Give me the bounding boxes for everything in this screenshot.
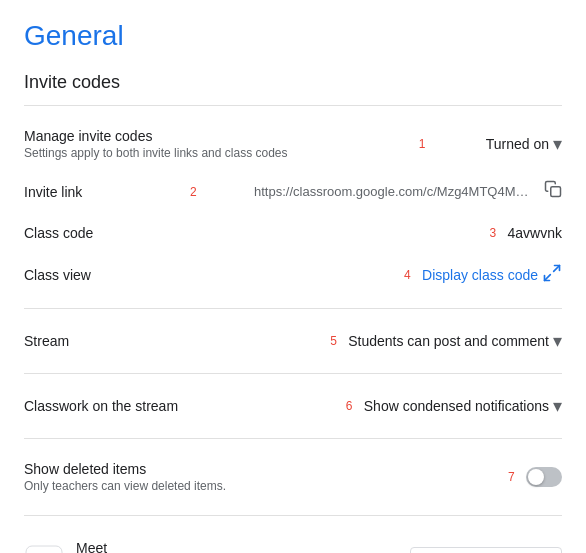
manage-sublabel: Settings apply to both invite links and … xyxy=(24,146,287,160)
classwork-row: Classwork on the stream 6 Show condensed… xyxy=(24,386,562,426)
class-view-label: Class view xyxy=(24,267,184,283)
svg-line-1 xyxy=(554,266,560,272)
svg-rect-4 xyxy=(26,546,62,553)
class-view-number: 4 xyxy=(404,268,416,282)
deleted-items-toggle-knob xyxy=(528,469,544,485)
invite-link-value-group: https://classroom.google.com/c/Mzg4MTQ4M… xyxy=(208,180,562,203)
stream-dropdown-arrow-icon: ▾ xyxy=(553,332,562,350)
copy-icon[interactable] xyxy=(544,180,562,203)
generate-meet-link-button[interactable]: Generate Meet link xyxy=(410,547,562,553)
stream-value: Students can post and comment xyxy=(348,333,549,349)
classwork-value: Show condensed notifications xyxy=(364,398,549,414)
manage-number: 1 xyxy=(419,137,431,151)
class-code-value: 4avwvnk xyxy=(508,225,562,241)
class-code-label: Class code xyxy=(24,225,184,241)
meet-row: Meet Classroom now supports Meet Learn m… xyxy=(24,528,562,553)
classwork-number: 6 xyxy=(346,399,358,413)
class-code-number: 3 xyxy=(490,226,502,240)
invite-codes-heading: Invite codes xyxy=(24,72,562,93)
class-view-row: Class view 4 Display class code xyxy=(24,253,562,296)
deleted-items-toggle[interactable] xyxy=(526,467,562,487)
dropdown-arrow-icon: ▾ xyxy=(553,135,562,153)
manage-label-group: Manage invite codes Settings apply to bo… xyxy=(24,128,287,160)
deleted-items-number: 7 xyxy=(508,470,520,484)
stream-label: Stream xyxy=(24,333,184,349)
meet-logo-icon xyxy=(24,544,64,553)
deleted-items-label: Show deleted items xyxy=(24,461,226,477)
deleted-items-row: Show deleted items Only teachers can vie… xyxy=(24,451,562,503)
display-class-code-label: Display class code xyxy=(422,267,538,283)
deleted-items-label-group: Show deleted items Only teachers can vie… xyxy=(24,461,226,493)
deleted-items-sublabel: Only teachers can view deleted items. xyxy=(24,479,226,493)
manage-status-dropdown[interactable]: Turned on ▾ xyxy=(437,135,562,153)
class-code-row: Class code 3 4avwvnk xyxy=(24,213,562,253)
svg-rect-0 xyxy=(551,187,561,197)
stream-number: 5 xyxy=(330,334,342,348)
manage-status-text: Turned on xyxy=(486,136,549,152)
classwork-dropdown-arrow-icon: ▾ xyxy=(553,397,562,415)
classwork-dropdown[interactable]: Show condensed notifications ▾ xyxy=(364,397,562,415)
svg-line-2 xyxy=(545,275,551,281)
meet-title: Meet xyxy=(76,540,386,553)
stream-row: Stream 5 Students can post and comment ▾ xyxy=(24,321,562,361)
invite-link-label: Invite link xyxy=(24,184,184,200)
meet-info: Meet Classroom now supports Meet Learn m… xyxy=(76,540,386,553)
expand-icon xyxy=(542,263,562,286)
display-class-code-button[interactable]: Display class code xyxy=(422,263,562,286)
invite-link-number: 2 xyxy=(190,185,202,199)
manage-label: Manage invite codes xyxy=(24,128,287,144)
page-title: General xyxy=(24,20,562,52)
stream-dropdown[interactable]: Students can post and comment ▾ xyxy=(348,332,562,350)
invite-link-url: https://classroom.google.com/c/Mzg4MTQ4M… xyxy=(254,184,534,199)
classwork-label: Classwork on the stream xyxy=(24,398,184,414)
manage-invite-codes-row: Manage invite codes Settings apply to bo… xyxy=(24,118,562,170)
invite-link-row: Invite link 2 https://classroom.google.c… xyxy=(24,170,562,213)
